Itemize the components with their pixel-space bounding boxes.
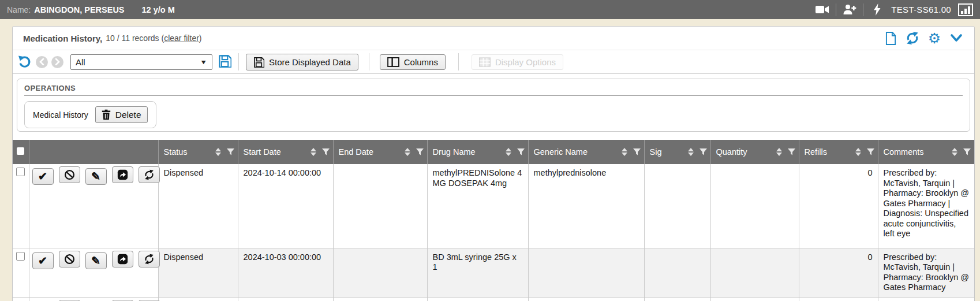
filter-funnel-icon[interactable] (867, 148, 874, 155)
edit-button[interactable]: ✎ (85, 252, 107, 269)
filter-funnel-icon[interactable] (517, 148, 525, 155)
forward-button[interactable] (112, 251, 133, 267)
new-document-icon[interactable] (883, 31, 898, 46)
person-add-icon[interactable] (841, 3, 858, 17)
sync-button[interactable] (139, 166, 160, 183)
filter-funnel-icon[interactable] (416, 148, 424, 155)
column-header-drug-name[interactable]: Drug Name (427, 140, 528, 164)
legend-underline (24, 95, 963, 96)
filter-funnel-icon[interactable] (788, 148, 795, 155)
sort-icon[interactable] (622, 148, 627, 156)
column-header-actions (29, 140, 158, 164)
patient-header-bar: Name: ABINGDON, PERSEUS 12 y/o M TEST-SS… (0, 0, 980, 19)
bar-chart-icon[interactable] (958, 3, 973, 16)
filter-funnel-icon[interactable] (633, 148, 641, 155)
cell-sig (644, 164, 710, 248)
column-header-quantity[interactable]: Quantity (710, 140, 799, 164)
cell-comments (878, 297, 974, 301)
filter-funnel-icon[interactable] (322, 148, 330, 155)
cell-drug-name (427, 297, 528, 301)
sort-icon[interactable] (405, 148, 410, 156)
sort-icon[interactable] (215, 148, 221, 156)
sort-icon[interactable] (952, 148, 957, 156)
chevron-down-icon[interactable] (949, 31, 964, 46)
cell-quantity (710, 248, 799, 297)
store-displayed-data-label: Store Displayed Data (269, 57, 351, 67)
delete-button-label: Delete (115, 110, 141, 120)
record-count-suffix: ) (199, 34, 202, 43)
patient-age-sex: 12 y/o M (142, 5, 175, 14)
forward-button[interactable] (112, 166, 133, 183)
display-options-label: Display Options (495, 57, 556, 67)
display-options-button: Display Options (472, 54, 563, 70)
check-button[interactable]: ✔ (32, 168, 54, 185)
column-header-end-date[interactable]: End Date (333, 140, 427, 164)
sort-icon[interactable] (506, 148, 511, 156)
check-icon: ✔ (38, 171, 47, 182)
column-header-status[interactable]: Status (158, 140, 238, 164)
undo-icon[interactable] (17, 54, 32, 69)
video-camera-icon[interactable] (814, 3, 831, 17)
forward-icon (117, 169, 128, 180)
prohibit-button[interactable] (59, 166, 80, 183)
forward-icon (117, 254, 128, 265)
page-title: Medication History, (23, 34, 102, 43)
select-chevron-icon: ▼ (200, 58, 207, 65)
save-filter-icon[interactable] (218, 54, 231, 69)
check-button[interactable]: ✔ (32, 252, 54, 269)
sort-icon[interactable] (855, 148, 861, 156)
operations-fieldset: OPERATIONS Medical History Delete (17, 79, 970, 132)
cell-start-date (238, 297, 333, 301)
sync-button[interactable] (139, 251, 160, 267)
store-displayed-data-button[interactable]: Store Displayed Data (246, 54, 358, 70)
clear-filter-link[interactable]: clear filter (164, 34, 199, 43)
sort-icon[interactable] (776, 148, 782, 156)
next-page-icon[interactable] (51, 56, 63, 68)
check-icon: ✔ (38, 255, 47, 266)
cell-refills: 0 (799, 164, 878, 248)
column-header-generic-name[interactable]: Generic Name (528, 140, 644, 164)
edit-button[interactable]: ✎ (85, 168, 107, 185)
row-checkbox[interactable] (16, 168, 25, 176)
sync-icon (144, 169, 155, 180)
patient-name: ABINGDON, PERSEUS (34, 5, 124, 14)
column-header-refills[interactable]: Refills (799, 140, 878, 164)
gear-icon[interactable]: ⚙ (927, 31, 942, 46)
cell-quantity (710, 297, 799, 301)
record-count: 10 / 11 records ( (106, 34, 164, 43)
filter-select[interactable]: All ▼ (70, 54, 212, 70)
row-checkbox[interactable] (16, 252, 25, 261)
filter-funnel-icon[interactable] (963, 148, 971, 155)
medication-history-panel: Medication History, 10 / 11 records ( cl… (12, 26, 975, 301)
cell-sig (644, 248, 710, 297)
trash-icon (102, 109, 111, 120)
previous-page-icon[interactable] (36, 56, 48, 68)
prohibit-icon (64, 254, 75, 265)
lightning-icon[interactable] (868, 3, 885, 17)
cell-status (158, 297, 238, 301)
cell-end-date (333, 248, 427, 297)
cell-status: Dispensed (158, 248, 238, 297)
prohibit-button[interactable] (59, 251, 80, 267)
table-row: ✔ ✎ Dispensed 2024-10-14 00:00:00 methyl… (13, 164, 974, 248)
column-header-comments[interactable]: Comments (878, 140, 974, 164)
medication-history-table: Status Start Date End Date Drug Name (13, 140, 974, 301)
cell-drug-name: BD 3mL syringe 25G x 1 (427, 248, 528, 297)
delete-button[interactable]: Delete (95, 106, 148, 123)
filter-select-value: All (76, 57, 200, 67)
column-header-sig[interactable]: Sig (644, 140, 710, 164)
sort-icon[interactable] (311, 148, 316, 156)
columns-button[interactable]: Columns (380, 54, 446, 70)
cell-generic-name (528, 248, 644, 297)
filter-funnel-icon[interactable] (227, 148, 234, 155)
column-header-start-date[interactable]: Start Date (238, 140, 333, 164)
sort-icon[interactable] (688, 148, 694, 156)
cell-generic-name: methylprednisolone (528, 164, 644, 248)
pencil-icon: ✎ (91, 171, 100, 182)
refresh-icon[interactable] (905, 31, 920, 46)
table-header-row: Status Start Date End Date Drug Name (13, 140, 974, 164)
cell-end-date (333, 297, 427, 301)
select-all-checkbox[interactable] (17, 147, 24, 155)
table-row: ✔ ✎ (13, 297, 974, 301)
filter-funnel-icon[interactable] (700, 148, 707, 155)
